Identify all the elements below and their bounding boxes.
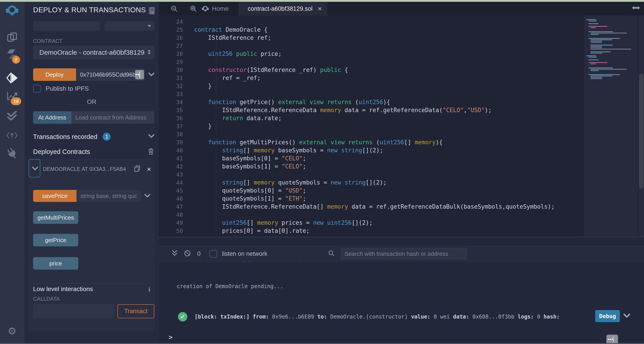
deployed-contract-header[interactable]: DEMOORACLE AT 0X3A3...F5AB4 (BLO × [32,165,151,173]
code-line[interactable]: 49 uint256[] memory prices = new uint256… [159,219,584,227]
price-button[interactable]: price [33,257,78,270]
chevron-down-icon[interactable] [144,190,150,202]
minimap-bar [586,73,636,74]
close-icon[interactable]: × [147,165,151,173]
code-line[interactable]: 34 function getPrice() external view ret… [159,98,584,106]
code-line[interactable]: 44 string[] memory quoteSymbols = new st… [159,178,584,187]
code-line[interactable]: 36 return data.rate; [159,114,584,122]
tx-segment-label: data: [453,314,472,320]
contract-select[interactable]: DemoOracle - contract-a60bf38129.sol [33,45,154,59]
saveprice-args-input[interactable] [76,190,141,202]
chevron-down-icon[interactable] [624,314,630,319]
zoom-out-icon[interactable] [170,5,178,13]
deploy-row: Deploy 0x71046b955Cdd96bC54a ••▏ [33,68,154,81]
minimap-bar [590,46,602,47]
static-analysis-icon[interactable] [0,130,24,141]
at-address-input[interactable] [71,111,154,124]
editor-scrollbar-thumb[interactable] [639,74,644,189]
at-address-button[interactable]: At Address [33,111,71,124]
account-select[interactable] [33,21,100,31]
minimap[interactable] [584,16,638,237]
code-line[interactable]: 27 [159,42,584,50]
tab-contract-file[interactable]: contract-a60bf38129.sol × [239,2,327,16]
code-line[interactable]: 45 quoteSymbols[0] = "USD"; [159,187,584,195]
code-line[interactable]: 47 IStdReference.ReferenceData[] memory … [159,203,584,211]
debug-button[interactable]: Debug [595,310,620,322]
chevron-down-icon[interactable] [148,134,154,139]
code-line[interactable]: 40 string[] memory baseSymbols = new str… [159,146,584,154]
terminal-prompt[interactable]: > [168,333,173,341]
publish-ipfs-label: Publish to IPFS [46,85,89,92]
terminal[interactable]: > remix (run remix.help() for more info)… [159,237,644,344]
code-line[interactable]: 35 IStdReference.ReferenceData memory da… [159,106,584,114]
minimap-bar [590,51,611,52]
info-icon[interactable]: i [148,286,150,293]
code-line[interactable]: 25contract DemoOracle { [159,26,584,34]
expand-horizontal-icon[interactable] [632,5,640,11]
code-line[interactable]: 33 [159,90,584,98]
code-line[interactable]: 46 quoteSymbols[1] = "ETH"; [159,195,584,203]
gas-limit-field[interactable] [105,21,154,31]
code-line[interactable]: 30 constructor(IStdReference _ref) publi… [159,66,584,74]
copy-icon[interactable] [134,165,141,173]
code-line[interactable]: 41 baseSymbols[0] = "CELO"; [159,154,584,162]
expand-args-chip[interactable]: ••▏ [135,70,144,79]
terminal-resize-chip[interactable]: •••▏ [606,335,618,344]
deploy-run-icon[interactable] [0,71,24,84]
clear-pending-icon[interactable] [184,250,191,258]
collapse-terminal-icon[interactable] [172,250,178,258]
listen-network-checkbox[interactable] [210,250,217,258]
saveprice-button[interactable]: savePrice [33,190,76,202]
getmultiprices-button[interactable]: getMultiPrices [33,211,78,224]
low-level-title: Low level interactions [33,286,93,293]
code-editor[interactable]: 2425contract DemoOracle {26 IStdReferenc… [159,16,644,237]
file-explorer-icon[interactable] [0,31,24,43]
solidity-file-icon [244,5,245,12]
terminal-search-input[interactable] [341,248,467,259]
journal-icon[interactable] [148,7,155,16]
line-number: 50 [159,227,194,235]
remix-app: 1 10 [0,2,644,343]
tx-segment-label: logs: [518,314,537,320]
minimap-bar [586,19,596,20]
code-line[interactable]: 48 [159,211,584,219]
plugin-manager-icon[interactable] [0,147,24,160]
minimap-bar [588,31,613,32]
constructor-arg-field[interactable]: 0x71046b955Cdd96bC54a ••▏ [76,68,145,81]
code-line[interactable]: 24 [159,18,584,26]
trash-icon[interactable] [148,147,154,156]
code-line[interactable]: 26 IStdReference ref; [159,34,584,42]
deploy-button[interactable]: Deploy [33,68,76,81]
chevron-down-icon[interactable] [148,68,154,81]
transaction-log-row[interactable]: ✓ [block: txIndex:] from: 0x9e6...b6E89 … [159,310,644,324]
code-line[interactable]: 42 baseSymbols[1] = "CELO"; [159,162,584,170]
code-line[interactable]: 39 function getMultiPrices() external vi… [159,138,584,146]
remix-logo-icon[interactable] [0,4,24,17]
line-text: } [194,83,212,89]
code-line[interactable]: 38 [159,130,584,138]
code-lines: 2425contract DemoOracle {26 IStdReferenc… [159,18,584,235]
minimap-bar [590,53,602,54]
tab-home[interactable]: Home [200,2,231,16]
code-line[interactable]: 50 prices[0] = data[0].rate; [159,227,584,235]
code-line[interactable]: 28 uint256 public price; [159,50,584,58]
close-icon[interactable]: × [318,5,322,12]
unit-testing-icon[interactable] [0,109,24,121]
calldata-input[interactable] [33,304,114,318]
getprice-button[interactable]: getPrice [33,234,78,246]
transact-button[interactable]: Transact [118,304,154,318]
minimap-bar [586,43,636,44]
settings-gear-icon[interactable]: ⚙ [0,326,24,336]
code-line[interactable]: 43 [159,170,584,178]
code-line[interactable]: 31 ref = _ref; [159,74,584,82]
transactions-recorded-row[interactable]: Transactions recorded 1 [33,133,154,141]
chevron-down-icon[interactable] [32,167,38,172]
code-line[interactable]: 32 } [159,82,584,90]
publish-ipfs-checkbox[interactable] [33,85,41,92]
code-line[interactable]: 29 [159,58,584,66]
tx-segment-value: 0x9e6...b6E89 [272,314,317,320]
editor-scrollbar[interactable] [639,16,644,237]
line-text: ref = _ref; [194,75,260,81]
code-line[interactable]: 37 } [159,122,584,130]
zoom-in-icon[interactable] [190,5,197,13]
